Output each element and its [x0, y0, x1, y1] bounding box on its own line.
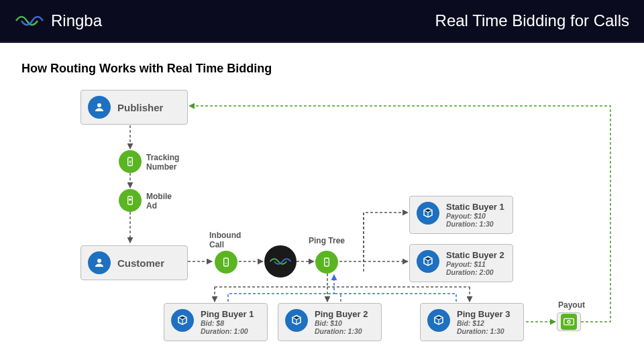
- buyer-payout: Payout: $10: [446, 212, 504, 220]
- svg-point-20: [97, 259, 101, 263]
- buyer-bid: Bid: $12: [457, 319, 510, 327]
- buyer-duration: Duration: 1:30: [315, 327, 368, 335]
- mobile-ad-icon: [119, 189, 142, 212]
- publisher-label: Publisher: [117, 102, 163, 113]
- ping-buyer-3: Ping Buyer 3 Bid: $12 Duration: 1:30: [420, 303, 524, 341]
- hash-icon: #: [119, 150, 142, 173]
- phone-call-icon: [215, 251, 237, 274]
- buyer-duration: Duration: 2:00: [446, 268, 504, 276]
- ping-buyer-1: Ping Buyer 1 Bid: $8 Duration: 1:00: [164, 303, 268, 341]
- box-icon: [417, 202, 439, 225]
- static-buyer-2: Static Buyer 2 Payout: $11 Duration: 2:0…: [409, 244, 513, 282]
- static-buyer-1: Static Buyer 1 Payout: $10 Duration: 1:3…: [409, 196, 513, 234]
- inbound-call-node: [215, 251, 237, 274]
- ping-tree-label: Ping Tree: [309, 236, 345, 245]
- buyer-bid: Bid: $10: [315, 319, 368, 327]
- svg-point-23: [326, 261, 327, 263]
- section-heading: How Routing Works with Real Time Bidding: [21, 62, 272, 76]
- box-icon: [285, 309, 308, 332]
- ringba-core-node: [264, 245, 297, 278]
- buyer-title: Ping Buyer 2: [315, 309, 368, 319]
- buyer-title: Static Buyer 1: [446, 202, 504, 212]
- buyer-duration: Duration: 1:30: [457, 327, 510, 335]
- buyer-duration: Duration: 1:00: [201, 327, 254, 335]
- mobile-ad-node: [119, 189, 142, 212]
- svg-text:#: #: [129, 160, 131, 164]
- ping-buyer-2: Ping Buyer 2 Bid: $10 Duration: 1:30: [278, 303, 382, 341]
- publisher-node: Publisher: [80, 90, 188, 125]
- customer-label: Customer: [117, 257, 164, 269]
- payout-label: Payout: [558, 300, 585, 310]
- logo-wave-icon: [15, 11, 44, 30]
- buyer-payout: Payout: $11: [446, 260, 504, 268]
- user-icon: [88, 96, 111, 119]
- brand-logo: Ringba: [15, 11, 102, 30]
- tracking-number-label: Tracking Number: [146, 153, 179, 172]
- inbound-call-label: Inbound Call: [209, 231, 241, 250]
- user-icon: [88, 251, 111, 274]
- box-icon: [427, 309, 450, 332]
- slide-title: Real Time Bidding for Calls: [435, 11, 629, 30]
- brand-name: Ringba: [51, 11, 102, 30]
- buyer-title: Ping Buyer 3: [457, 309, 510, 319]
- box-icon: [417, 250, 439, 273]
- ping-tree-node: [315, 251, 338, 274]
- header: Ringba Real Time Bidding for Calls: [0, 0, 644, 43]
- buyer-duration: Duration: 1:30: [446, 220, 504, 228]
- svg-rect-21: [224, 258, 229, 266]
- logo-wave-icon: [269, 254, 292, 269]
- ping-tree-icon: [315, 251, 338, 274]
- mobile-ad-label: Mobile Ad: [146, 192, 172, 211]
- payout-node: [557, 312, 581, 331]
- box-icon: [171, 309, 194, 332]
- money-icon: [561, 314, 577, 330]
- customer-node: Customer: [80, 245, 188, 280]
- buyer-title: Static Buyer 2: [446, 250, 504, 260]
- svg-rect-19: [129, 198, 131, 200]
- tracking-number-node: #: [119, 150, 142, 173]
- buyer-bid: Bid: $8: [201, 319, 254, 327]
- svg-point-15: [97, 103, 101, 107]
- svg-point-25: [568, 320, 570, 323]
- svg-rect-24: [564, 318, 574, 324]
- buyer-title: Ping Buyer 1: [201, 309, 254, 319]
